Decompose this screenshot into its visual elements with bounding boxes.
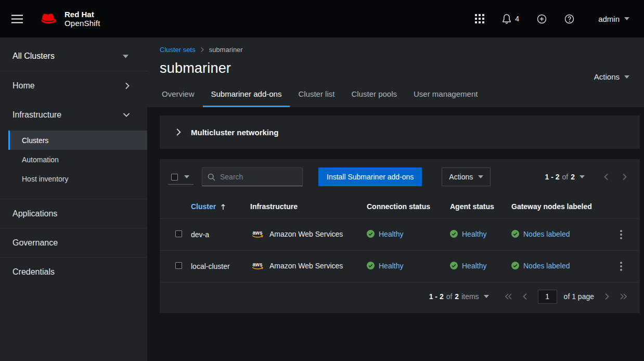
column-header-cluster[interactable]: Cluster (191, 202, 226, 211)
sidebar-item-host-inventory[interactable]: Host inventory (8, 169, 147, 188)
row-checkbox[interactable] (175, 262, 182, 269)
kebab-icon (620, 230, 622, 239)
breadcrumb-current: submariner (209, 46, 243, 54)
angle-right-icon (605, 293, 609, 300)
brand-logo[interactable]: Red Hat OpenShift (37, 10, 100, 28)
sort-ascending-icon (221, 203, 226, 210)
brand-name: Red Hat (65, 10, 100, 19)
nav-toggle-button[interactable] (4, 9, 30, 29)
pagination-options-toggle[interactable]: 1 - 2 of 2 items (425, 289, 493, 304)
aws-icon (250, 261, 265, 270)
nav-label: Infrastructure (12, 110, 61, 120)
nav-label: Host inventory (22, 175, 68, 183)
sidebar-item-automation[interactable]: Automation (8, 150, 147, 169)
cluster-name: dev-a (191, 219, 250, 251)
redhat-hat-icon (37, 11, 59, 27)
angle-right-icon (623, 174, 627, 180)
prev-page-button-top[interactable] (599, 170, 613, 184)
notifications-button[interactable]: 4 (497, 9, 524, 28)
perspective-label: All Clusters (12, 51, 55, 61)
connection-status-button[interactable]: Healthy (367, 262, 403, 270)
tab-user-management[interactable]: User management (405, 84, 486, 107)
row-actions-kebab[interactable] (615, 227, 627, 242)
toolbar-actions-dropdown[interactable]: Actions (442, 167, 491, 186)
sidebar-item-infrastructure[interactable]: Infrastructure (0, 100, 147, 130)
next-page-button-top[interactable] (618, 170, 632, 184)
tab-cluster-pools[interactable]: Cluster pools (343, 84, 405, 107)
breadcrumb-cluster-sets-link[interactable]: Cluster sets (160, 46, 196, 54)
column-header-agent-status[interactable]: Agent status (450, 195, 511, 219)
column-header-gateway-nodes[interactable]: Gateway nodes labeled (511, 195, 615, 219)
pagination-range: 1 - 2 (545, 173, 560, 181)
install-submariner-button[interactable]: Install Submariner add-ons (318, 167, 422, 186)
user-menu-button[interactable]: admin (596, 10, 632, 28)
multicluster-networking-section: Multicluster networking (160, 115, 640, 149)
chevron-right-icon (125, 83, 130, 89)
pagination-nav: of 1 page (500, 289, 632, 304)
page-actions-dropdown[interactable]: Actions (594, 72, 629, 81)
page-header: Cluster sets submariner submariner Actio… (147, 37, 644, 107)
tab-label: Overview (162, 89, 195, 98)
brand-product: OpenShift (65, 19, 100, 28)
header-actions-cell (615, 195, 640, 219)
toolbar-actions-label: Actions (449, 173, 473, 181)
expand-section-button[interactable] (175, 126, 182, 138)
column-header-connection-status[interactable]: Connection status (367, 195, 450, 219)
pagination-items-word: items (461, 292, 479, 301)
search-input[interactable] (220, 173, 297, 181)
plus-circle-icon (537, 14, 547, 24)
tab-overview[interactable]: Overview (153, 84, 203, 107)
page-content: Multicluster networking Install Submarin… (147, 107, 644, 361)
tab-label: User management (414, 89, 478, 98)
submariner-clusters-card: Install Submariner add-ons Actions 1 - 2… (160, 159, 640, 313)
pagination-of: of (562, 173, 569, 181)
sidebar-nav: All Clusters Home Infrastructure Cluster… (0, 37, 147, 361)
previous-page-button[interactable] (518, 289, 532, 304)
search-box (202, 167, 303, 186)
row-checkbox[interactable] (175, 230, 182, 237)
column-header-infrastructure[interactable]: Infrastructure (250, 195, 367, 219)
caret-down-icon (624, 17, 629, 20)
table-row-dev-a: dev-a Amazon Web Services Heal (160, 219, 640, 251)
chevron-right-icon (176, 128, 181, 136)
last-page-button[interactable] (615, 289, 632, 304)
infrastructure-name: Amazon Web Services (269, 230, 343, 238)
caret-down-icon (184, 175, 189, 178)
gateway-nodes-status-button[interactable]: Nodes labeled (511, 262, 570, 270)
app-launcher-button[interactable] (470, 10, 490, 28)
connection-status-button[interactable]: Healthy (367, 230, 403, 238)
breadcrumb: Cluster sets submariner (160, 46, 632, 54)
bulk-select-toggle[interactable] (183, 174, 190, 179)
masthead-toolbar: 4 admin (470, 9, 632, 28)
question-circle-icon (564, 14, 574, 24)
row-actions-kebab[interactable] (615, 259, 627, 274)
infrastructure-cell: Amazon Web Services (250, 229, 343, 239)
check-circle-icon (367, 262, 375, 269)
select-all-checkbox[interactable] (171, 174, 178, 180)
sidebar-item-applications[interactable]: Applications (0, 199, 147, 228)
kebab-icon (620, 262, 622, 271)
first-page-button[interactable] (500, 289, 517, 304)
status-label: Healthy (379, 262, 403, 270)
sidebar-item-governance[interactable]: Governance (0, 228, 147, 257)
perspective-switcher[interactable]: All Clusters (0, 42, 147, 71)
add-resource-button[interactable] (532, 10, 552, 28)
help-button[interactable] (559, 10, 579, 28)
breadcrumb-separator-icon (201, 47, 204, 52)
sidebar-item-clusters[interactable]: Clusters (8, 131, 147, 150)
sidebar-item-credentials[interactable]: Credentials (0, 257, 147, 286)
status-label: Healthy (462, 230, 486, 238)
nav-label: Applications (12, 209, 57, 218)
next-page-button[interactable] (600, 289, 614, 304)
current-page-input[interactable] (538, 290, 557, 304)
tab-submariner-add-ons[interactable]: Submariner add-ons (203, 84, 290, 107)
table-header-row: Cluster Infrastructure Connection status… (160, 195, 640, 219)
agent-status-button[interactable]: Healthy (450, 230, 486, 238)
agent-status-button[interactable]: Healthy (450, 262, 486, 270)
pagination-total: 2 (571, 173, 575, 181)
nav-label: Automation (22, 156, 59, 164)
pagination-menu-toggle[interactable]: 1 - 2 of 2 (541, 170, 589, 184)
tab-cluster-list[interactable]: Cluster list (290, 84, 343, 107)
gateway-nodes-status-button[interactable]: Nodes labeled (511, 230, 570, 238)
sidebar-item-home[interactable]: Home (0, 71, 147, 100)
